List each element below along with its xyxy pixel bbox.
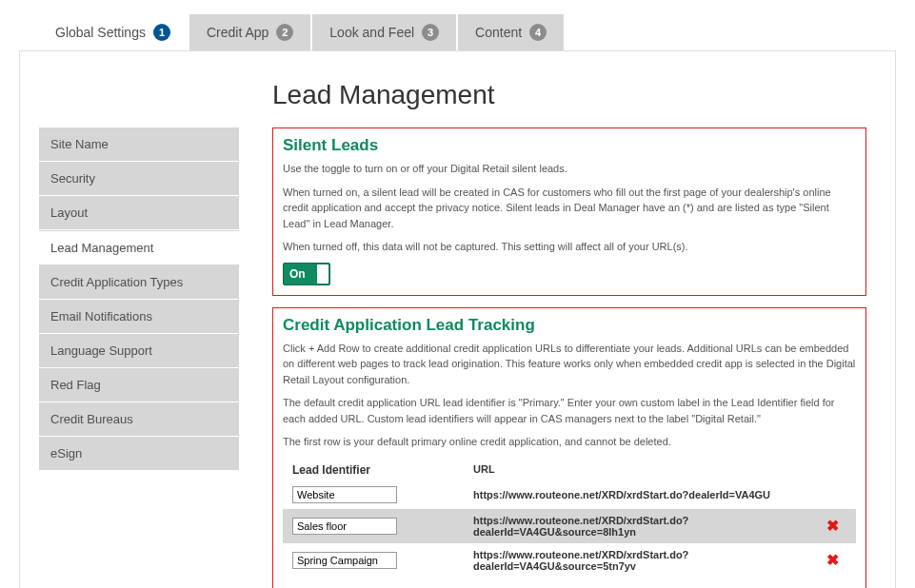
lead-identifier-input[interactable] <box>292 486 397 503</box>
silent-leads-text: When turned on, a silent lead will be cr… <box>283 185 856 232</box>
lead-identifier-input[interactable] <box>292 552 397 569</box>
sidebar-item-layout[interactable]: Layout <box>39 196 239 230</box>
sidebar-item-credit-application-types[interactable]: Credit Application Types <box>39 265 239 300</box>
lead-identifier-input[interactable] <box>292 518 397 535</box>
delete-row-icon[interactable]: ✖ <box>826 518 839 534</box>
sidebar-item-email-notifications[interactable]: Email Notifications <box>39 300 239 334</box>
silent-leads-text: Use the toggle to turn on or off your Di… <box>283 161 856 177</box>
sidebar-item-site-name[interactable]: Site Name <box>39 127 239 162</box>
lead-url-text: https://www.routeone.net/XRD/xrdStart.do… <box>473 489 818 500</box>
tab-content[interactable]: Content4 <box>458 14 564 50</box>
lead-table: Lead Identifier URL https://www.routeone… <box>283 460 856 589</box>
plus-icon: + <box>292 585 304 589</box>
table-row: https://www.routeone.net/XRD/xrdStart.do… <box>283 480 856 509</box>
col-header-url: URL <box>473 463 818 477</box>
tab-label: Credit App <box>207 25 269 40</box>
tab-number-badge: 2 <box>276 24 293 41</box>
sidebar-item-language-support[interactable]: Language Support <box>39 334 239 368</box>
tab-label: Content <box>475 25 522 40</box>
lead-table-header: Lead Identifier URL <box>283 460 856 480</box>
sidebar-item-lead-management[interactable]: Lead Management <box>39 230 239 265</box>
tab-credit-app[interactable]: Credit App2 <box>189 14 310 50</box>
table-row: https://www.routeone.net/XRD/xrdStart.do… <box>283 543 856 578</box>
delete-row-icon[interactable]: ✖ <box>826 552 839 568</box>
tab-global-settings[interactable]: Global Settings1 <box>38 14 188 50</box>
content-area: Site NameSecurityLayoutLead ManagementCr… <box>19 50 896 588</box>
sidebar-item-credit-bureaus[interactable]: Credit Bureaus <box>39 402 239 437</box>
lead-tracking-panel: Credit Application Lead Tracking Click +… <box>272 307 866 589</box>
silent-leads-text: When turned off, this data will not be c… <box>283 239 856 255</box>
tab-look-and-feel[interactable]: Look and Feel3 <box>312 14 456 50</box>
tab-label: Global Settings <box>55 25 146 40</box>
table-row: https://www.routeone.net/XRD/xrdStart.do… <box>283 509 856 543</box>
toggle-on-label: On <box>284 267 306 281</box>
tab-number-badge: 3 <box>422 24 439 41</box>
lead-tracking-text: Click + Add Row to create additional cre… <box>283 341 856 388</box>
tab-number-badge: 1 <box>153 24 170 41</box>
tab-number-badge: 4 <box>529 24 547 41</box>
sidebar-item-red-flag[interactable]: Red Flag <box>39 368 239 402</box>
page-title: Lead Management <box>272 80 866 110</box>
col-header-identifier: Lead Identifier <box>292 463 473 477</box>
lead-url-text: https://www.routeone.net/XRD/xrdStart.do… <box>473 549 818 572</box>
lead-tracking-text: The first row is your default primary on… <box>283 434 856 450</box>
top-tabs: Global Settings1Credit App2Look and Feel… <box>38 14 896 50</box>
tab-label: Look and Feel <box>329 25 414 40</box>
lead-url-text: https://www.routeone.net/XRD/xrdStart.do… <box>473 515 818 538</box>
sidebar-item-security[interactable]: Security <box>39 162 239 196</box>
silent-leads-toggle[interactable]: On <box>283 263 330 285</box>
silent-leads-title: Silent Leads <box>283 136 856 155</box>
sidebar-item-esign[interactable]: eSign <box>39 437 239 471</box>
silent-leads-panel: Silent Leads Use the toggle to turn on o… <box>272 127 866 296</box>
sidebar: Site NameSecurityLayoutLead ManagementCr… <box>20 51 239 588</box>
lead-tracking-text: The default credit application URL lead … <box>283 395 856 426</box>
add-row-button[interactable]: + Add Row <box>283 578 856 589</box>
main-panel: Lead Management Silent Leads Use the tog… <box>239 51 895 588</box>
lead-tracking-title: Credit Application Lead Tracking <box>283 316 856 335</box>
toggle-knob <box>317 265 328 284</box>
